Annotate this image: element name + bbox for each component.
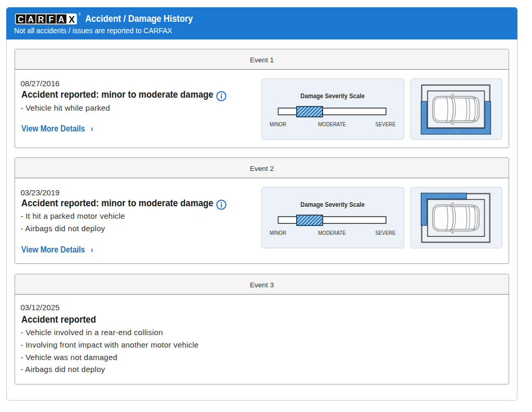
svg-text:A: A xyxy=(58,15,64,24)
svg-text:A: A xyxy=(28,15,34,24)
svg-text:F: F xyxy=(48,15,54,24)
svg-text:C: C xyxy=(18,15,24,24)
svg-text:R: R xyxy=(38,15,44,24)
svg-text:X: X xyxy=(69,15,75,25)
